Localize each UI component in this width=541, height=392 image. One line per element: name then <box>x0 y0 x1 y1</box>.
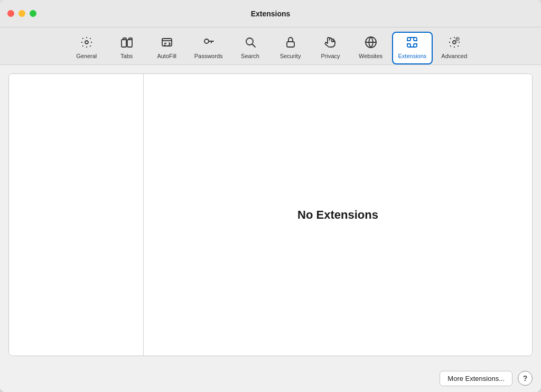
window-controls <box>7 10 36 17</box>
autofill-icon <box>161 36 173 51</box>
extensions-detail-panel: No Extensions <box>144 74 532 356</box>
tab-passwords[interactable]: Passwords <box>188 32 229 64</box>
tab-tabs[interactable]: Tabs <box>108 32 146 64</box>
more-extensions-button[interactable]: More Extensions... <box>440 371 512 386</box>
tab-search[interactable]: Search <box>231 32 269 64</box>
toolbar: General Tabs <box>0 27 541 65</box>
tab-websites-label: Websites <box>359 53 383 59</box>
footer: More Extensions... ? <box>0 365 541 392</box>
tab-autofill[interactable]: AutoFill <box>148 32 186 64</box>
window-title: Extensions <box>251 10 291 18</box>
search-icon <box>244 36 257 51</box>
gear-icon <box>80 36 93 51</box>
tab-extensions[interactable]: Extensions <box>392 32 433 64</box>
tab-privacy[interactable]: Privacy <box>312 32 350 64</box>
tab-privacy-label: Privacy <box>321 53 340 59</box>
tab-security-label: Security <box>280 53 301 59</box>
minimize-button[interactable] <box>18 10 25 17</box>
tab-security[interactable]: Security <box>272 32 310 64</box>
hand-icon <box>324 36 337 51</box>
no-extensions-message: No Extensions <box>297 208 378 222</box>
tabs-icon <box>120 36 133 51</box>
svg-point-8 <box>453 41 456 44</box>
svg-point-4 <box>204 39 209 43</box>
panel-container: No Extensions <box>8 73 533 356</box>
svg-rect-2 <box>127 40 132 47</box>
tab-websites[interactable]: Websites <box>352 32 390 64</box>
lock-icon <box>284 36 297 51</box>
extensions-list-panel <box>9 74 144 356</box>
tab-general[interactable]: General <box>68 32 106 64</box>
tab-extensions-label: Extensions <box>398 53 427 59</box>
tab-autofill-label: AutoFill <box>157 53 176 59</box>
help-button[interactable]: ? <box>518 371 533 386</box>
svg-text:⚙: ⚙ <box>456 38 459 41</box>
tab-tabs-label: Tabs <box>120 53 133 59</box>
globe-icon <box>365 36 377 51</box>
maximize-button[interactable] <box>30 10 36 17</box>
gear-badge-icon: ⚙ <box>448 36 461 51</box>
tab-advanced[interactable]: ⚙ Advanced <box>435 32 473 64</box>
tab-general-label: General <box>76 53 97 59</box>
tab-passwords-label: Passwords <box>194 53 223 59</box>
puzzle-icon <box>406 36 418 51</box>
tab-search-label: Search <box>241 53 259 59</box>
svg-rect-6 <box>287 42 294 47</box>
app-window: Extensions General Ta <box>0 0 541 392</box>
close-button[interactable] <box>7 10 14 17</box>
key-icon <box>202 36 215 51</box>
titlebar: Extensions <box>0 0 541 27</box>
svg-point-0 <box>85 41 88 44</box>
tab-advanced-label: Advanced <box>441 53 467 59</box>
svg-rect-3 <box>162 39 172 46</box>
main-content: No Extensions <box>0 65 541 365</box>
svg-rect-1 <box>122 40 126 47</box>
